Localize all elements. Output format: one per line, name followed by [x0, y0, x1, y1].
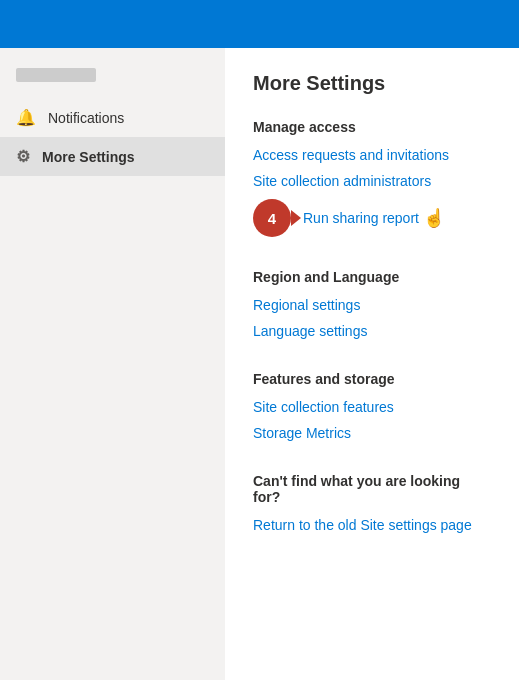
- link-access-requests[interactable]: Access requests and invitations: [253, 147, 491, 163]
- gear-icon: ⚙: [16, 147, 30, 166]
- link-site-collection-admins[interactable]: Site collection administrators: [253, 173, 491, 189]
- link-language-settings[interactable]: Language settings: [253, 323, 491, 339]
- section-cant-find: Can't find what you are looking for? Ret…: [253, 473, 491, 533]
- sidebar-item-notifications-label: Notifications: [48, 110, 124, 126]
- section-cant-find-header: Can't find what you are looking for?: [253, 473, 491, 505]
- callout-badge: 4: [253, 199, 291, 237]
- section-region-header: Region and Language: [253, 269, 491, 285]
- section-manage-access-header: Manage access: [253, 119, 491, 135]
- layout: 🔔 Notifications ⚙ More Settings More Set…: [0, 48, 519, 680]
- sidebar-user: [0, 56, 225, 98]
- link-regional-settings[interactable]: Regional settings: [253, 297, 491, 313]
- sidebar-item-more-settings[interactable]: ⚙ More Settings: [0, 137, 225, 176]
- section-features-header: Features and storage: [253, 371, 491, 387]
- page-title: More Settings: [253, 72, 491, 95]
- main-content: More Settings Manage access Access reque…: [225, 48, 519, 680]
- section-region-language: Region and Language Regional settings La…: [253, 269, 491, 339]
- bell-icon: 🔔: [16, 108, 36, 127]
- link-run-sharing-report[interactable]: Run sharing report: [303, 210, 419, 226]
- top-bar: [0, 0, 519, 48]
- sidebar: 🔔 Notifications ⚙ More Settings: [0, 48, 225, 680]
- link-site-collection-features[interactable]: Site collection features: [253, 399, 491, 415]
- cursor-icon: ☝: [423, 207, 445, 229]
- link-return-old-settings[interactable]: Return to the old Site settings page: [253, 517, 491, 533]
- sidebar-user-name: [16, 68, 96, 82]
- callout-number: 4: [268, 210, 276, 227]
- sidebar-item-notifications[interactable]: 🔔 Notifications: [0, 98, 225, 137]
- section-manage-access: Manage access Access requests and invita…: [253, 119, 491, 237]
- section-features-storage: Features and storage Site collection fea…: [253, 371, 491, 441]
- sidebar-item-more-settings-label: More Settings: [42, 149, 135, 165]
- link-storage-metrics[interactable]: Storage Metrics: [253, 425, 491, 441]
